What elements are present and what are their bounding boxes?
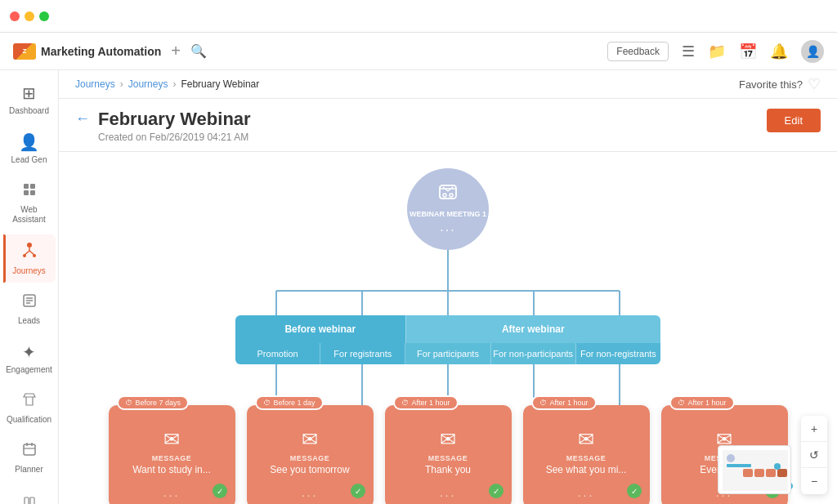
sidebar-item-engagement[interactable]: ✦ Engagement [3,336,56,381]
segment-sub-1[interactable]: For registrants [320,343,405,364]
svg-rect-20 [440,185,456,198]
feedback-button[interactable]: Feedback [607,42,669,61]
svg-point-9 [33,254,36,257]
svg-rect-0 [24,184,29,189]
sidebar-label-webassistant: Web Assistant [8,205,51,225]
segment-sub-0[interactable]: Promotion [235,343,320,364]
card-check-2: ✓ [489,484,504,498]
sidebar: ⊞ Dashboard 👤 Lead Gen Web Assistant Jou… [0,70,59,504]
breadcrumb-sep-2: › [172,78,176,90]
card-type-3: MESSAGE [566,454,606,462]
journeys-icon [20,241,38,263]
edit-button[interactable]: Edit [767,109,821,132]
dashboard-icon: ⊞ [22,83,36,103]
search-button[interactable]: 🔍 [190,43,207,59]
sidebar-item-leads[interactable]: Leads [3,286,56,332]
mini-map[interactable] [718,445,791,494]
qualification-icon [21,391,38,412]
folder-icon[interactable]: 📁 [708,42,726,60]
traffic-lights [10,11,49,21]
add-button[interactable]: + [171,42,181,60]
favorite-label: Favorite this? [739,78,803,91]
start-node[interactable]: WEBINAR meeting 1 ··· [407,168,489,250]
card-time-icon-4: ⏱ [678,399,685,407]
card-body-1: ✉ MESSAGE See you tomorrow [247,405,374,484]
calendar-icon[interactable]: 📅 [739,42,757,60]
card-check-0: ✓ [213,484,227,498]
leads-icon [21,292,38,313]
sidebar-item-planner[interactable]: Planner [3,435,56,481]
page-title-block: February Webinar Created on Feb/26/2019 … [98,109,251,143]
sidebar-item-webassistant[interactable]: Web Assistant [3,175,56,231]
title-bar [0,0,837,33]
card-msg-0: Want to study in... [132,464,211,475]
card-time-icon-2: ⏱ [401,399,409,407]
breadcrumb: Journeys › Journeys › February Webinar [75,78,259,90]
zoom-in-button[interactable]: + [801,416,827,442]
sidebar-item-journeys[interactable]: Journeys [3,234,56,283]
card-time-badge-1: ⏱ Before 1 day [255,395,324,410]
segment-before-header[interactable]: Before webinar [235,315,405,343]
back-button[interactable]: ← [75,110,90,127]
start-node-icon [436,181,459,208]
minimize-button[interactable] [25,11,34,21]
favorite-button[interactable]: Favorite this? ♡ [739,75,821,93]
maximize-button[interactable] [39,11,49,21]
engagement-icon: ✦ [22,342,36,362]
sidebar-label-qualification: Qualification [7,415,51,425]
close-button[interactable] [10,11,20,21]
card-msg-2: Thank you [425,464,471,475]
segment-after-header[interactable]: After webinar [405,315,660,343]
page-subtitle: Created on Feb/26/2019 04:21 AM [98,132,251,143]
sidebar-item-dashboard[interactable]: ⊞ Dashboard [3,77,56,123]
connector-v-1 [447,250,449,274]
page-header: ← February Webinar Created on Feb/26/201… [59,99,837,152]
journey-card-1[interactable]: ⏱ Before 1 day ✉ MESSAGE See you tomorro… [247,405,374,504]
avatar[interactable]: 👤 [801,40,824,63]
svg-point-22 [450,194,453,197]
segment-bar: Before webinar After webinar Promotion F… [235,315,660,364]
library-icon [21,494,38,504]
sidebar-item-leadgen[interactable]: 👤 Lead Gen [3,126,56,172]
card-check-3: ✓ [627,484,642,498]
card-time-badge-0: ⏱ Before 7 days [117,395,190,410]
journey-card-0[interactable]: ⏱ Before 7 days ✉ MESSAGE Want to study … [109,405,235,504]
list-icon[interactable]: ☰ [682,42,695,60]
card-msg-1: See you tomorrow [270,464,349,475]
svg-rect-14 [24,444,35,455]
svg-rect-18 [25,497,29,504]
leadgen-icon: 👤 [19,132,39,152]
card-time-badge-2: ⏱ After 1 hour [393,395,459,410]
breadcrumb-journeys-2[interactable]: Journeys [128,78,168,90]
sidebar-item-qualification[interactable]: Qualification [3,385,56,431]
page-header-left: ← February Webinar Created on Feb/26/201… [75,109,251,143]
card-time-icon-0: ⏱ [125,399,132,407]
svg-point-42 [774,463,781,470]
segment-sub-3[interactable]: For non-participants [491,343,576,364]
svg-rect-37 [754,469,764,477]
svg-point-40 [727,454,735,462]
bell-icon[interactable]: 🔔 [770,42,788,60]
webassistant-icon [21,181,38,202]
sidebar-item-library[interactable]: Library [3,488,56,504]
card-body-0: ✉ MESSAGE Want to study in... [109,405,235,484]
mini-map-svg [718,446,791,494]
svg-point-4 [27,243,32,248]
cards-row: ⏱ Before 7 days ✉ MESSAGE Want to study … [101,405,796,504]
card-type-2: MESSAGE [428,454,468,462]
breadcrumb-journeys-1[interactable]: Journeys [75,78,115,90]
journey-card-3[interactable]: ⏱ After 1 hour ✉ MESSAGE See what you mi… [523,405,650,504]
app-name: Marketing Automation [41,45,161,58]
journey-card-2[interactable]: ⏱ After 1 hour ✉ MESSAGE Thank you ✓ ··· [385,405,512,504]
segment-sub-2[interactable]: For participants [405,343,490,364]
canvas-area[interactable]: WEBINAR meeting 1 ··· [59,152,837,504]
app-bar-icons: Feedback ☰ 📁 📅 🔔 👤 [607,40,824,63]
segment-sub-4[interactable]: For non-registrants [576,343,660,364]
content-area: Journeys › Journeys › February Webinar F… [59,70,837,504]
card-body-2: ✉ MESSAGE Thank you [385,405,512,484]
zoom-reset-button[interactable]: ↺ [801,442,827,468]
zoom-out-button[interactable]: − [801,468,827,494]
card-time-label-1: Before 1 day [274,399,316,407]
breadcrumb-sep-1: › [120,78,123,90]
svg-rect-3 [30,190,35,195]
